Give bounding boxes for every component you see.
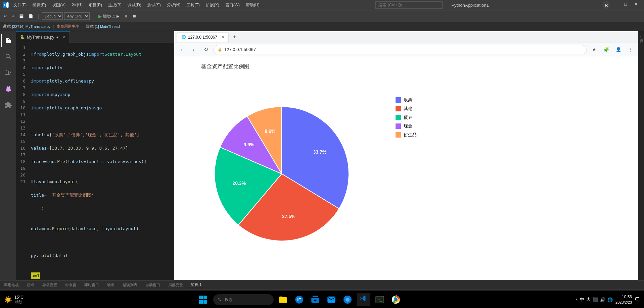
legend-label-other: 其他: [404, 106, 412, 112]
taskbar-chrome[interactable]: [389, 293, 403, 306]
search-bar-title[interactable]: PythonApplication1: [375, 1, 489, 9]
tab-close-icon[interactable]: ✕: [62, 35, 65, 40]
menu-git[interactable]: Git(G): [69, 2, 85, 9]
window-controls[interactable]: R − □ ✕: [602, 1, 641, 9]
address-bar[interactable]: 🔒 127.0.0.1:50067: [213, 45, 587, 54]
taskbar-left: ☀️ 15°C 晴朗: [4, 295, 24, 305]
panel-tab-immediate[interactable]: 即时窗口: [83, 282, 100, 288]
legend-color-other: [396, 106, 401, 111]
editor-scrollbar[interactable]: [169, 43, 174, 280]
tray-zh[interactable]: 中: [580, 297, 584, 303]
line-numbers: 12345 678910 1112131415 1617181920 21: [16, 43, 28, 280]
pause-button[interactable]: ⏸: [123, 13, 130, 19]
menu-view[interactable]: 视图(V): [49, 2, 68, 9]
taskbar-store[interactable]: [309, 293, 322, 306]
chart-container: 基金资产配置比例图: [174, 56, 638, 280]
profile-button[interactable]: 👤: [614, 45, 623, 54]
menu-project[interactable]: 项目(P): [86, 2, 105, 9]
cpu-select[interactable]: Any CPU: [64, 12, 90, 20]
menu-window[interactable]: 窗口(W): [223, 2, 242, 9]
bookmark-button[interactable]: ★: [590, 45, 599, 54]
titlebar: 文件(F) 编辑(E) 视图(V) Git(G) 项目(P) 生成(B) 调试(…: [0, 0, 644, 10]
continue-button[interactable]: ▶ 继续(C) ▶: [96, 13, 121, 19]
new-tab-button[interactable]: +: [231, 33, 239, 41]
tray-big[interactable]: 大: [586, 297, 591, 303]
panel-tab-command[interactable]: 命令窗: [64, 282, 78, 288]
source-control-icon[interactable]: [1, 66, 15, 80]
refresh-button[interactable]: ↻: [201, 45, 211, 54]
legend-item-stock: 股票: [396, 97, 417, 103]
forward-button[interactable]: ›: [189, 45, 198, 54]
panel-tab-breakpoints[interactable]: 断点: [26, 282, 36, 288]
panel-tab-exceptions[interactable]: 异常设置: [41, 282, 58, 288]
tray-monitor[interactable]: ⬛: [593, 297, 598, 302]
legend-label-derivative: 衍生品: [404, 132, 417, 138]
panel-tab-callstack[interactable]: 调用堆栈: [3, 282, 20, 288]
menu-tools[interactable]: 工具(T): [184, 2, 202, 9]
browser-favicon: 🌐: [181, 35, 186, 39]
taskbar-browser2[interactable]: [341, 293, 354, 306]
lifecycle-events: 生命周期事件: [57, 24, 79, 29]
taskbar-mail[interactable]: [325, 293, 338, 306]
extension-puzzle-button[interactable]: 🧩: [602, 45, 611, 54]
debug-separator2: ·: [82, 24, 83, 29]
debug-icon[interactable]: [1, 82, 15, 96]
taskbar-terminal[interactable]: >_: [373, 293, 386, 306]
system-clock[interactable]: 10:56 2023/2/23: [615, 294, 632, 305]
menu-file[interactable]: 文件(F): [11, 2, 29, 9]
vscode-logo: [3, 2, 9, 8]
code-lines[interactable]: ⊟from plotly.graph_objs import Scatter,L…: [28, 43, 169, 280]
code-editor[interactable]: 12345 678910 1112131415 1617181920 21 ⊟f…: [16, 43, 174, 280]
panel-tab-watch[interactable]: 监视 1: [190, 281, 203, 288]
legend-item-bond: 债券: [396, 114, 417, 120]
weather-widget[interactable]: ☀️ 15°C 晴朗: [4, 295, 24, 305]
taskbar-vscode[interactable]: [357, 293, 370, 306]
notification-button[interactable]: 🗨: [635, 297, 640, 303]
panel-tab-auto[interactable]: 自动窗口: [144, 282, 162, 288]
tray-network[interactable]: 🌐: [607, 297, 613, 302]
menu-build[interactable]: 生成(B): [105, 2, 124, 9]
explorer-icon[interactable]: [1, 34, 15, 47]
stop-button[interactable]: ⏹: [131, 13, 138, 19]
letter-r: R: [602, 1, 610, 9]
debug-mode-select[interactable]: Debug: [42, 12, 63, 20]
minimize-button[interactable]: −: [611, 1, 620, 9]
menu-edit[interactable]: 编辑(E): [30, 2, 49, 9]
svg-rect-0: [199, 296, 203, 299]
pie-label-0: 33.7%: [313, 149, 326, 155]
panel-tab-locals[interactable]: 局部变量: [167, 282, 184, 288]
taskbar-browser1[interactable]: IE: [292, 293, 306, 306]
panel-tab-output[interactable]: 输出: [106, 282, 116, 288]
back-button[interactable]: ‹: [177, 45, 186, 54]
panel-tab-errors[interactable]: 错误列表: [121, 282, 139, 288]
new-file-button[interactable]: 📄: [27, 13, 35, 19]
more-button[interactable]: ⋮: [626, 45, 635, 54]
menu-debug[interactable]: 调试(D): [125, 2, 144, 9]
tray-chevron[interactable]: ∧: [575, 298, 578, 302]
menu-extensions[interactable]: 扩展(X): [203, 2, 222, 9]
editor-tab[interactable]: 🐍 MyTranslate.py ● ✕: [16, 31, 70, 43]
menu-help[interactable]: 帮助(H): [243, 2, 262, 9]
redo-button[interactable]: ↪: [10, 13, 16, 19]
right-panel-text: 项目,共: [639, 36, 644, 37]
maximize-button[interactable]: □: [621, 1, 630, 9]
menu-analyze[interactable]: 分析(N): [164, 2, 183, 9]
undo-button[interactable]: ↩: [2, 13, 8, 19]
weather-info: 15°C 晴朗: [14, 295, 24, 305]
close-button[interactable]: ✕: [631, 1, 641, 9]
process-value: [22716] MyTranslate.py: [12, 24, 51, 29]
browser-tab-close[interactable]: ✕: [221, 35, 224, 39]
legend-label-cash: 现金: [404, 123, 412, 129]
extensions-icon[interactable]: [1, 98, 15, 112]
global-search-input[interactable]: [375, 1, 443, 9]
browser-tab[interactable]: 🌐 127.0.0.1:50067 ✕: [177, 32, 229, 42]
taskbar-file-manager[interactable]: [276, 293, 290, 306]
tray-volume[interactable]: 🔊: [600, 297, 605, 302]
search-icon[interactable]: [1, 50, 15, 63]
menubar[interactable]: 文件(F) 编辑(E) 视图(V) Git(G) 项目(P) 生成(B) 调试(…: [11, 2, 262, 9]
menu-test[interactable]: 测试(S): [145, 2, 164, 9]
taskbar-search[interactable]: 搜索: [213, 294, 274, 305]
right-side-panel: 项目,共: [638, 31, 644, 280]
save-button[interactable]: 💾: [17, 13, 26, 19]
windows-start-button[interactable]: [196, 292, 211, 307]
